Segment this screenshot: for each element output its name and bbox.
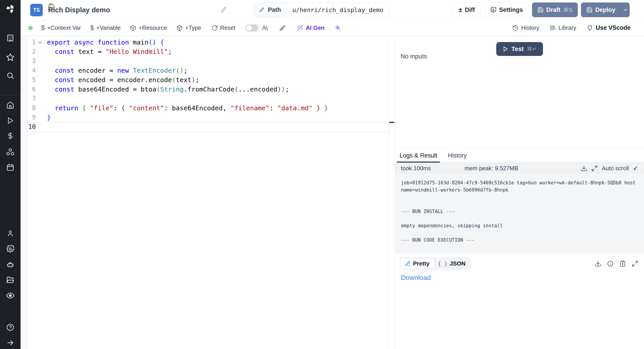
run-duration: took 100ms bbox=[401, 165, 431, 172]
code-line: export async function main() { bbox=[47, 38, 388, 47]
tab-logs-result[interactable]: Logs & Result bbox=[400, 149, 437, 162]
info-icon[interactable] bbox=[607, 260, 614, 267]
paintbrush-icon bbox=[279, 25, 286, 31]
library-label: Library bbox=[558, 24, 576, 31]
test-button[interactable]: Test ⌘↵ bbox=[496, 42, 543, 56]
dollar-icon: $ bbox=[90, 24, 94, 32]
check-icon[interactable]: ✓ bbox=[633, 165, 638, 172]
calendar-icon[interactable] bbox=[6, 163, 14, 171]
settings-label: Settings bbox=[499, 7, 523, 14]
add-variable-button[interactable]: $ +Variable bbox=[90, 24, 121, 32]
windmill-logo-icon[interactable] bbox=[4, 3, 16, 15]
page-title: Rich Display demo bbox=[48, 0, 110, 20]
add-variable-label: +Variable bbox=[96, 24, 121, 31]
user-icon[interactable] bbox=[6, 229, 14, 237]
format-button[interactable] bbox=[279, 25, 286, 31]
code-line bbox=[47, 94, 388, 103]
dollar-icon[interactable] bbox=[6, 132, 14, 140]
json-toggle[interactable]: { } JSON bbox=[434, 258, 470, 269]
json-label: JSON bbox=[450, 260, 466, 267]
ai-gen-button[interactable]: AI Gen bbox=[296, 24, 324, 31]
play-icon[interactable] bbox=[6, 117, 14, 124]
draft-label: Draft bbox=[546, 7, 560, 14]
folder-icon[interactable] bbox=[6, 276, 14, 284]
draft-button[interactable]: Draft ⌘S bbox=[532, 3, 578, 17]
line-number: 2 bbox=[20, 47, 36, 56]
eye-icon[interactable] bbox=[6, 291, 14, 300]
path-control[interactable]: Path u/henri/rich_display_demo bbox=[253, 3, 389, 17]
diff-button[interactable]: ± Diff bbox=[452, 3, 481, 17]
use-vscode-button[interactable]: Use VScode bbox=[586, 24, 630, 31]
code-line: } bbox=[47, 113, 388, 122]
topbar: TS Rich Display demo bbox=[20, 0, 644, 20]
line-number: 3 bbox=[20, 56, 36, 66]
expand-logs-icon[interactable] bbox=[591, 165, 598, 172]
code-line: const encoded = encoder.encode(text); bbox=[47, 75, 388, 85]
log-viewer[interactable]: job=01912d75-163d-8204-47c9-5469c516cb1e… bbox=[395, 174, 644, 253]
refresh-icon bbox=[212, 25, 218, 31]
run-mem-peak: mem peak: 9.527MB bbox=[464, 165, 518, 172]
overview-cursor-marker bbox=[389, 122, 394, 123]
download-logs-icon[interactable] bbox=[581, 165, 587, 172]
code-line bbox=[47, 122, 388, 132]
arrow-right-icon[interactable] bbox=[6, 339, 14, 346]
home-icon[interactable] bbox=[6, 101, 14, 109]
autoscroll-label[interactable]: Auto scroll bbox=[602, 165, 629, 172]
run-panel: Test ⌘↵ No inputs Logs & Result History … bbox=[395, 36, 644, 349]
history-clock-icon bbox=[512, 25, 519, 31]
settings-button[interactable]: Settings bbox=[484, 3, 529, 17]
deploy-dropdown-button[interactable] bbox=[621, 3, 630, 17]
results-tabs: Logs & Result History bbox=[395, 148, 644, 163]
toggle-knob bbox=[246, 25, 252, 31]
result-view-switch: Pretty { } JSON bbox=[400, 257, 470, 270]
add-resource-label: +Resource bbox=[139, 24, 167, 31]
copy-result-icon[interactable] bbox=[620, 260, 626, 267]
line-number: 7 bbox=[20, 94, 36, 103]
editor-toolbar: $ +Context Var $ +Variable +Resource +Ty… bbox=[20, 20, 644, 36]
code-line: return { "file": { "content": base64Enco… bbox=[47, 103, 388, 113]
building-icon[interactable] bbox=[6, 34, 14, 42]
edit-title-pencil-icon[interactable] bbox=[220, 6, 228, 14]
history-button[interactable]: History bbox=[512, 24, 539, 31]
result-download-link[interactable]: Download bbox=[401, 274, 431, 281]
robot-icon[interactable] bbox=[6, 260, 14, 269]
diff-mode-toggle[interactable] bbox=[246, 24, 258, 32]
download-result-icon[interactable] bbox=[595, 260, 601, 267]
ai-assistant-button[interactable] bbox=[334, 25, 341, 31]
deploy-split-button: Deploy bbox=[581, 3, 630, 17]
draft-shortcut: ⌘S bbox=[563, 7, 572, 13]
help-icon[interactable] bbox=[6, 323, 14, 331]
add-context-var-button[interactable]: $ +Context Var bbox=[41, 24, 81, 32]
run-meta-bar: took 100ms mem peak: 9.527MB Auto scroll… bbox=[395, 163, 644, 174]
gear-icon bbox=[490, 7, 496, 13]
tab-history[interactable]: History bbox=[448, 149, 467, 162]
search-icon[interactable] bbox=[6, 72, 14, 80]
code-line bbox=[47, 56, 388, 66]
github-cat-icon bbox=[586, 25, 593, 31]
magic-wand-icon bbox=[296, 25, 303, 31]
add-type-label: +Type bbox=[185, 24, 201, 31]
add-type-button[interactable]: +Type bbox=[176, 24, 201, 31]
path-value[interactable]: u/henri/rich_display_demo bbox=[287, 3, 389, 17]
gear-icon[interactable] bbox=[6, 245, 14, 253]
code-editor[interactable]: 12345678910 export async function main()… bbox=[20, 36, 395, 349]
history-label: History bbox=[521, 24, 539, 31]
diff-label: Diff bbox=[465, 7, 475, 14]
deploy-button[interactable]: Deploy bbox=[581, 3, 621, 17]
cubes-icon[interactable] bbox=[6, 148, 14, 156]
sidebar-divider bbox=[0, 95, 20, 95]
reset-button[interactable]: Reset bbox=[212, 24, 236, 31]
add-resource-button[interactable]: +Resource bbox=[130, 24, 167, 31]
line-number: 5 bbox=[20, 75, 36, 85]
multiplayer-button[interactable] bbox=[262, 25, 268, 31]
path-label-segment[interactable]: Path bbox=[254, 3, 287, 17]
line-number: 4 bbox=[20, 66, 36, 75]
line-number: 9 bbox=[20, 113, 36, 122]
fold-chevron-icon[interactable] bbox=[37, 39, 44, 46]
pretty-toggle[interactable]: Pretty bbox=[400, 258, 434, 269]
typescript-badge-label: TS bbox=[33, 7, 40, 13]
expand-result-icon[interactable] bbox=[632, 260, 638, 267]
no-inputs-text: No inputs bbox=[400, 53, 427, 60]
library-button[interactable]: Library bbox=[550, 24, 576, 31]
star-icon[interactable] bbox=[6, 53, 14, 62]
